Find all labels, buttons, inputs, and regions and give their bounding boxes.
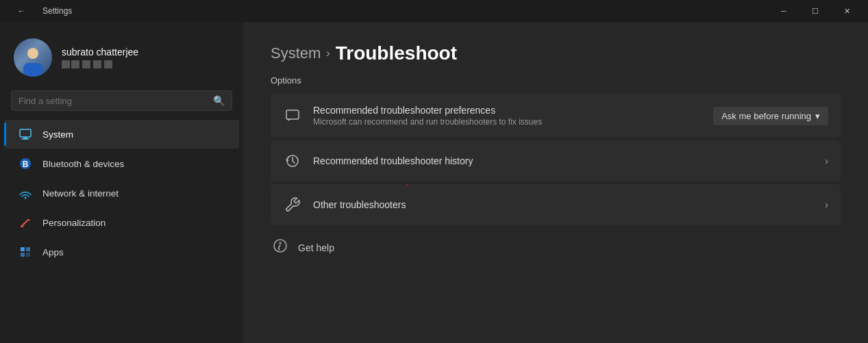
- nav-items: System B Bluetooth & devices: [0, 119, 243, 343]
- history-icon: [283, 151, 302, 170]
- dot: [93, 60, 101, 68]
- card-title-recommended-history: Recommended troubleshooter history: [313, 155, 814, 166]
- window-controls: ─ ☐ ✕: [768, 0, 863, 22]
- chat-icon: [283, 106, 302, 125]
- avatar: [14, 38, 52, 77]
- network-icon: [18, 186, 33, 201]
- back-icon: ←: [18, 7, 25, 15]
- breadcrumb: System › Troubleshoot: [271, 42, 841, 64]
- sidebar-item-network[interactable]: Network & internet: [4, 179, 239, 207]
- sidebar-item-label-apps: Apps: [42, 247, 64, 257]
- card-row-other-troubleshooters[interactable]: Other troubleshooters ›: [271, 184, 841, 225]
- chevron-right-icon-other: ›: [825, 199, 828, 210]
- card-other-troubleshooters: Other troubleshooters ›: [271, 184, 841, 225]
- card-subtitle-recommended-prefs: Microsoft can recommend and run troubles…: [313, 117, 702, 127]
- get-help-label: Get help: [298, 242, 334, 253]
- svg-rect-12: [286, 110, 299, 119]
- maximize-button[interactable]: ☐: [799, 0, 831, 22]
- avatar-image: [14, 38, 52, 77]
- close-button[interactable]: ✕: [831, 0, 863, 22]
- svg-rect-8: [21, 247, 25, 251]
- content-wrapper: System › Troubleshoot Options Recommen: [271, 42, 841, 262]
- card-row-recommended-history[interactable]: Recommended troubleshooter history ›: [271, 140, 841, 181]
- search-input[interactable]: [18, 96, 208, 106]
- card-title-other-troubleshooters: Other troubleshooters: [313, 199, 814, 210]
- card-right-other-troubleshooters: ›: [825, 199, 828, 210]
- options-label: Options: [271, 75, 841, 86]
- breadcrumb-separator: ›: [326, 47, 330, 60]
- svg-text:B: B: [23, 160, 29, 169]
- svg-rect-9: [26, 247, 30, 251]
- bluetooth-icon: B: [18, 156, 33, 171]
- user-info: subrato chatterjee: [62, 47, 138, 68]
- minimize-button[interactable]: ─: [768, 0, 799, 22]
- avatar-figure: [21, 47, 45, 77]
- card-right-recommended-history: ›: [825, 155, 828, 166]
- system-icon: [18, 127, 33, 142]
- main-layout: subrato chatterjee: [0, 22, 868, 343]
- card-content-other-troubleshooters: Other troubleshooters: [313, 199, 814, 210]
- titlebar: ← Settings ─ ☐ ✕: [0, 0, 868, 22]
- avatar-head: [27, 48, 38, 59]
- titlebar-left: ← Settings: [5, 0, 72, 22]
- get-help-row[interactable]: Get help: [271, 233, 841, 262]
- svg-point-17: [280, 242, 281, 244]
- content-area: System › Troubleshoot Options Recommen: [243, 22, 868, 343]
- sidebar-item-label-network: Network & internet: [42, 188, 119, 199]
- dropdown-label: Ask me before running: [721, 111, 811, 121]
- sidebar-item-label-personalization: Personalization: [42, 218, 106, 228]
- card-content-recommended-prefs: Recommended troubleshooter preferences M…: [313, 105, 702, 127]
- sidebar-item-label-bluetooth: Bluetooth & devices: [42, 159, 124, 169]
- dot-group-4: [104, 60, 112, 68]
- card-title-recommended-prefs: Recommended troubleshooter preferences: [313, 105, 702, 116]
- apps-icon: [18, 244, 33, 259]
- get-help-icon: [272, 238, 288, 257]
- dot-group-2: [82, 60, 90, 68]
- breadcrumb-current: Troubleshoot: [336, 42, 457, 64]
- back-button[interactable]: ←: [5, 0, 37, 22]
- dot-group-1: [62, 60, 79, 68]
- dot: [62, 60, 70, 68]
- user-dots: [62, 60, 138, 68]
- dot: [82, 60, 90, 68]
- card-recommended-prefs: Recommended troubleshooter preferences M…: [271, 94, 841, 138]
- avatar-body: [23, 63, 42, 77]
- sidebar-item-bluetooth[interactable]: B Bluetooth & devices: [4, 149, 239, 178]
- svg-point-18: [279, 249, 280, 251]
- sidebar: subrato chatterjee: [0, 22, 243, 343]
- personalization-icon: [18, 215, 33, 230]
- svg-rect-10: [21, 253, 25, 257]
- dot: [71, 60, 79, 68]
- chevron-down-icon: ▾: [815, 111, 820, 121]
- svg-rect-0: [20, 129, 31, 137]
- sidebar-item-personalization[interactable]: Personalization: [4, 208, 239, 237]
- sidebar-item-apps[interactable]: Apps: [4, 238, 239, 266]
- search-icon: 🔍: [213, 95, 225, 106]
- user-name: subrato chatterjee: [62, 47, 138, 58]
- card-right-recommended-prefs: Ask me before running ▾: [713, 107, 828, 125]
- svg-rect-11: [26, 253, 30, 257]
- chevron-right-icon: ›: [825, 155, 828, 166]
- card-row-recommended-prefs[interactable]: Recommended troubleshooter preferences M…: [271, 94, 841, 138]
- search-box: 🔍: [11, 90, 232, 111]
- dot: [104, 60, 112, 68]
- svg-point-5: [25, 197, 27, 199]
- card-recommended-history: Recommended troubleshooter history ›: [271, 140, 841, 181]
- app-title: Settings: [42, 6, 72, 16]
- search-container: 🔍: [0, 90, 243, 119]
- dot-group-3: [93, 60, 101, 68]
- sidebar-item-label-system: System: [42, 129, 73, 140]
- sidebar-item-system[interactable]: System: [4, 120, 239, 149]
- breadcrumb-parent[interactable]: System: [271, 45, 321, 62]
- card-content-recommended-history: Recommended troubleshooter history: [313, 155, 814, 166]
- wrench-icon: [283, 195, 302, 214]
- svg-line-6: [21, 220, 28, 227]
- user-profile[interactable]: subrato chatterjee: [0, 27, 243, 90]
- ask-before-running-dropdown[interactable]: Ask me before running ▾: [713, 107, 828, 125]
